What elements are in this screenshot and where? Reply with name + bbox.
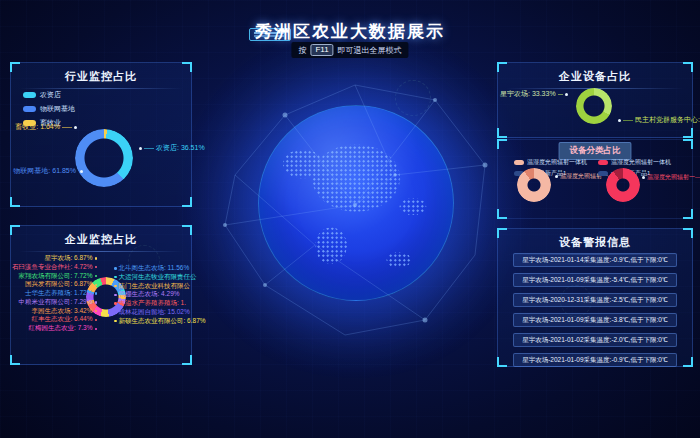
- legend-swatch: [598, 160, 608, 165]
- label-dot: [95, 266, 98, 269]
- label-text: 陆门生态农业科技有限公: [119, 282, 191, 291]
- label-text: 鸭棚生态农场: 4.29%: [119, 290, 180, 299]
- legend-item[interactable]: 农资店: [23, 90, 75, 100]
- enterprise-label[interactable]: 中粮米业有限公司: 7.29%: [13, 298, 97, 307]
- legend-item[interactable]: 温湿度光照辐射一体机: [598, 158, 671, 167]
- alarm-row: 星宇农场-2021-01-02采集温度:-2.0℃,低于下限:0℃: [513, 333, 677, 347]
- leader-line: [623, 120, 633, 121]
- label-text: 士华生态养殖场: 1.72%: [25, 289, 93, 298]
- alarm-row: 星宇农场-2021-01-09采集温度:-0.9℃,低于下限:0℃: [513, 353, 677, 367]
- label-dot: [114, 294, 117, 297]
- label-text: 红梅园生态农业: 7.3%: [29, 324, 93, 333]
- panel-title: 设备警报信息: [498, 229, 692, 254]
- enterprise-label[interactable]: 家翔农场有限公司: 7.72%: [13, 272, 97, 281]
- leader-line: [62, 127, 72, 128]
- page-title: 秀洲区农业大数据展示: [0, 20, 700, 43]
- label-dot: [114, 276, 117, 279]
- label-text: 国兴发有限公司: 6.87%: [25, 280, 93, 289]
- enterprise-label[interactable]: 石臼漾鱼专业合作社: 4.72%: [13, 263, 97, 272]
- legend-item[interactable]: 温湿度光照辐射一体机: [514, 158, 587, 167]
- hint-prefix: 按: [298, 45, 306, 56]
- leader-dot: [555, 175, 558, 178]
- enterprise-label[interactable]: 鸭棚生态农场: 4.29%: [114, 290, 190, 299]
- legend-swatch: [23, 92, 36, 98]
- alarm-row: 星宇农场-2021-01-14采集温度:-0.9℃,低于下限:0℃: [513, 253, 677, 267]
- leader-dot: [139, 147, 142, 150]
- panel-title: 行业监控占比: [11, 63, 191, 88]
- label-text: 中粮米业有限公司: 7.29%: [18, 298, 92, 307]
- category-donut-right: [606, 168, 640, 202]
- alarm-row: 星宇农场-2021-01-09采集温度:-5.4℃,低于下限:0℃: [513, 273, 677, 287]
- enterprise-label[interactable]: 陆门生态农业科技有限公: [114, 282, 190, 291]
- panel-industry-ratio: 行业监控占比 农资店 物联网基地 畜牧业 畜牧业: 1.64%: [10, 62, 192, 207]
- enterprise-label[interactable]: 星宇农场: 6.87%: [13, 254, 97, 263]
- f11-key-badge: F11: [310, 44, 333, 56]
- globe-visual: [258, 105, 454, 301]
- panel-device-ratio: 企业设备占比 星宇农场: 33.33% 民主村党群服务中心:: [497, 62, 693, 138]
- enterprise-label[interactable]: 红梅园生态农业: 7.3%: [13, 324, 97, 333]
- alarm-row: 星宇农场-2020-12-31采集温度:-2.5℃,低于下限:0℃: [513, 293, 677, 307]
- label-dot: [95, 292, 98, 295]
- leader-dot: [74, 126, 77, 129]
- callout-text: 物联网基地: 61.85%: [13, 166, 76, 176]
- title-divider: [19, 251, 183, 252]
- category-callout-right: 温湿度光照辐射一—: [642, 173, 700, 182]
- callout-service-center: 民主村党群服务中心:: [618, 115, 700, 125]
- label-text: 李园生态农场: 3.42%: [31, 307, 92, 316]
- label-dot: [95, 301, 98, 304]
- panel-device-category: 设备分类占比 温湿度光照辐射一体机 一体机新产品1 温湿度光照辐射一— 温湿度光…: [497, 139, 693, 219]
- panel-title: 企业设备占比: [498, 63, 692, 88]
- label-text: 石臼漾鱼专业合作社: 4.72%: [12, 263, 93, 272]
- label-dot: [95, 328, 98, 331]
- callout-text: 民主村党群服务中心:: [635, 115, 700, 125]
- label-dot: [114, 267, 117, 270]
- enterprise-labels-left: 星宇农场: 6.87% 石臼漾鱼专业合作社: 4.72% 家翔农场有限公司: 7…: [13, 254, 97, 333]
- leader-dot: [80, 170, 83, 173]
- enterprise-label[interactable]: 北斗阁生态农场: 11.56%: [114, 264, 190, 273]
- label-dot: [114, 311, 117, 314]
- label-dot: [114, 320, 117, 323]
- label-dot: [95, 319, 98, 322]
- legend-swatch: [598, 171, 608, 176]
- callout-iot-base: 物联网基地: 61.85%: [17, 166, 83, 176]
- legend-swatch: [23, 106, 36, 112]
- label-dot: [95, 275, 98, 278]
- alarm-list: 星宇农场-2021-01-14采集温度:-0.9℃,低于下限:0℃星宇农场-20…: [513, 253, 677, 367]
- enterprise-label[interactable]: 丰溢水产养殖养殖场: 1.: [114, 299, 190, 308]
- enterprise-label[interactable]: 成林花园自留地: 15.02%: [114, 308, 190, 317]
- label-dot: [95, 310, 98, 313]
- label-text: 北斗阁生态农场: 11.56%: [119, 264, 190, 273]
- enterprise-label[interactable]: 李园生态农场: 3.42%: [13, 307, 97, 316]
- label-text: 成林花园自留地: 15.02%: [119, 308, 190, 317]
- callout-text: 星宇农场: 33.33%: [500, 89, 556, 99]
- panel-device-alarms: 设备警报信息 星宇农场-2021-01-14采集温度:-0.9℃,低于下限:0℃…: [497, 228, 693, 367]
- hint-suffix: 即可退出全屏模式: [338, 45, 402, 56]
- globe-sheen: [259, 106, 453, 300]
- category-donut-left: [517, 168, 551, 202]
- label-dot: [114, 285, 117, 288]
- devices-donut-chart: [576, 88, 612, 124]
- leader-line: [144, 148, 154, 149]
- leader-dot: [642, 176, 645, 179]
- enterprise-label[interactable]: 新硕生态农业有限公司: 6.87%: [114, 317, 190, 326]
- label-text: 新硕生态农业有限公司: 6.87%: [119, 317, 206, 326]
- label-dot: [95, 257, 98, 260]
- callout-text: 温湿度光照辐射一—: [647, 173, 700, 182]
- enterprise-label[interactable]: 国兴发有限公司: 6.87%: [13, 280, 97, 289]
- label-text: 丰溢水产养殖养殖场: 1.: [119, 299, 187, 308]
- enterprise-label[interactable]: 士华生态养殖场: 1.72%: [13, 289, 97, 298]
- label-text: 星宇农场: 6.87%: [44, 254, 92, 263]
- label-text: 家翔农场有限公司: 7.72%: [18, 272, 92, 281]
- legend-item[interactable]: 物联网基地: [23, 104, 75, 114]
- leader-line: [558, 94, 563, 95]
- label-dot: [95, 284, 98, 287]
- fullscreen-hint: 按 F11 即可退出全屏模式: [291, 42, 408, 58]
- legend-label: 物联网基地: [40, 104, 75, 114]
- callout-livestock: 畜牧业: 1.64%: [13, 122, 77, 132]
- alarm-row: 星宇农场-2021-01-09采集温度:-3.8℃,低于下限:0℃: [513, 313, 677, 327]
- legend-label: 温湿度光照辐射一体机: [527, 158, 587, 167]
- label-dot: [114, 302, 117, 305]
- title-divider: [19, 88, 183, 89]
- enterprise-label[interactable]: 大运河生态牧业有限责任公: [114, 273, 190, 282]
- enterprise-label[interactable]: 红丰生态农业: 6.44%: [13, 316, 97, 325]
